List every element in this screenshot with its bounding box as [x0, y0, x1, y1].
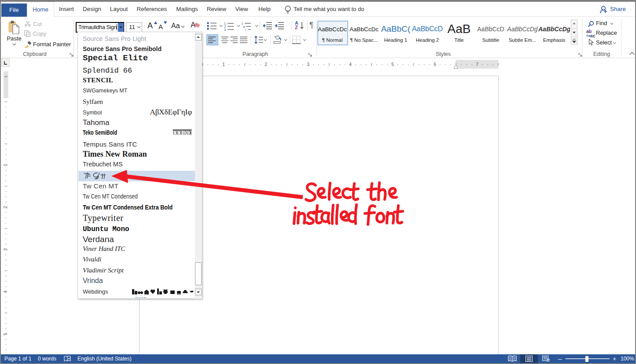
svg-text:4: 4 [4, 290, 8, 293]
svg-text:6: 6 [434, 62, 436, 67]
svg-text:3: 3 [4, 248, 8, 251]
svg-text:3: 3 [224, 28, 226, 31]
svg-text:2: 2 [265, 62, 267, 67]
svg-text:4: 4 [349, 62, 352, 67]
svg-text:5: 5 [4, 333, 8, 335]
svg-text:i: i [245, 28, 246, 31]
svg-text:7: 7 [476, 62, 478, 67]
svg-text:3: 3 [307, 62, 309, 67]
svg-text:5: 5 [391, 62, 394, 67]
svg-text:1: 1 [222, 62, 225, 67]
svg-text:1: 1 [4, 164, 8, 166]
svg-text:1: 1 [4, 75, 8, 77]
svg-text:2: 2 [4, 206, 8, 209]
